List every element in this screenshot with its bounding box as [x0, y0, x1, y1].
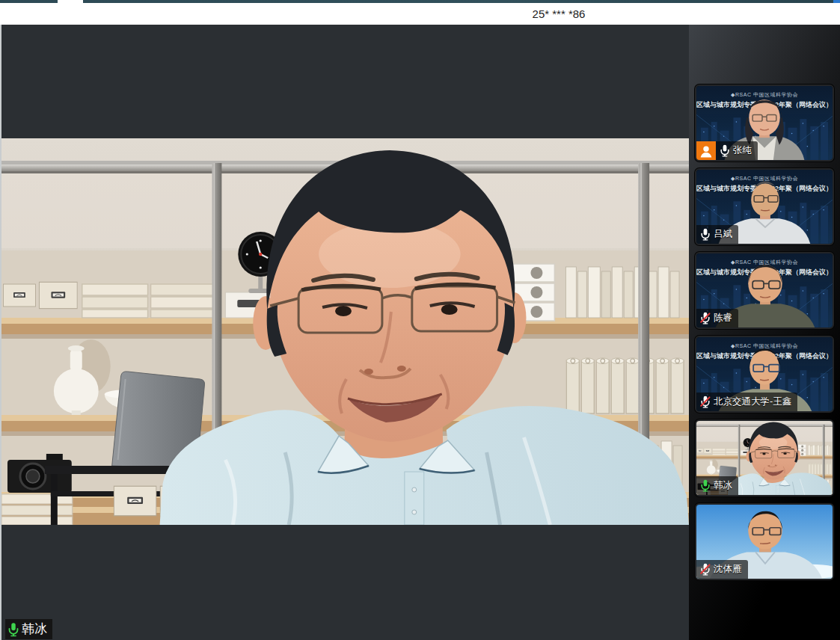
- participant-name-label: 沈体雁: [696, 560, 748, 579]
- thumbnail-status-bar: 北京交通大学-王鑫: [696, 393, 797, 411]
- active-speaker-video[interactable]: [1, 138, 689, 525]
- microphone-active-icon: [7, 622, 19, 637]
- thumbnail-status-bar: 陈睿: [696, 309, 738, 327]
- thumbnail-status-bar: 张纯: [696, 141, 758, 160]
- participant-thumbnail[interactable]: ◆RSAC 中国区域科学协会 区域与城市规划专委会2022年聚（网络会议） 吕斌: [695, 168, 834, 245]
- thumbnail-status-bar: 沈体雁: [696, 560, 748, 579]
- thumbnail-status-bar: 吕斌: [696, 225, 738, 244]
- participant-name: 陈睿: [714, 312, 732, 324]
- participant-name: 张纯: [733, 144, 752, 157]
- microphone-muted-icon: [700, 312, 711, 324]
- participant-name: 吕斌: [714, 228, 732, 241]
- active-speaker-name-tag: 韩冰: [5, 619, 52, 639]
- active-speaker-name: 韩冰: [22, 621, 47, 638]
- participant-name-label: 北京交通大学-王鑫: [696, 393, 797, 411]
- participant-name-label: 陈睿: [696, 309, 738, 327]
- bookshelf-room-scene: [1, 138, 689, 525]
- microphone-muted-icon: [700, 396, 711, 408]
- microphone-muted-icon: [700, 563, 711, 576]
- participant-thumbnail[interactable]: 韩冰: [695, 419, 834, 496]
- microphone-icon: [700, 228, 711, 241]
- participants-sidebar: ◆RSAC 中国区域科学协会 区域与城市规划专委会2022年聚（网络会议） 张纯…: [689, 25, 840, 640]
- participant-name-label: 韩冰: [696, 476, 738, 495]
- presenter-person-icon: [696, 141, 716, 160]
- participant-thumbnail[interactable]: ◆RSAC 中国区域科学协会 区域与城市规划专委会2022年聚（网络会议） 陈睿: [695, 252, 834, 329]
- participant-name: 北京交通大学-王鑫: [714, 396, 791, 408]
- participant-thumbnail[interactable]: ◆RSAC 中国区域科学协会 区域与城市规划专委会2022年聚（网络会议） 张纯: [695, 84, 834, 161]
- main-stage: 韩冰: [0, 25, 689, 640]
- participant-name: 沈体雁: [714, 563, 742, 576]
- participant-name-label: 吕斌: [696, 225, 738, 244]
- participant-thumbnail[interactable]: 沈体雁: [695, 503, 834, 580]
- meeting-title: 25* *** *86: [533, 3, 586, 25]
- participant-name: 韩冰: [714, 479, 732, 492]
- titlebar[interactable]: 25* *** *86: [0, 3, 840, 25]
- participant-name-label: 张纯: [716, 141, 758, 160]
- microphone-icon: [720, 144, 730, 157]
- content-area: 韩冰 ◆RSAC 中国区域科学协会 区域与城市规划专委会2022年聚（网络会议）…: [0, 25, 840, 640]
- microphone-active-icon: [700, 479, 711, 492]
- participant-thumbnail[interactable]: ◆RSAC 中国区域科学协会 区域与城市规划专委会2022年聚（网络会议） 北京…: [695, 336, 834, 413]
- meeting-app-window: 25* *** *86 韩冰 ◆RSAC 中国区域科学协会 区域与城市规划专委会…: [0, 0, 840, 640]
- thumbnail-status-bar: 韩冰: [696, 476, 738, 495]
